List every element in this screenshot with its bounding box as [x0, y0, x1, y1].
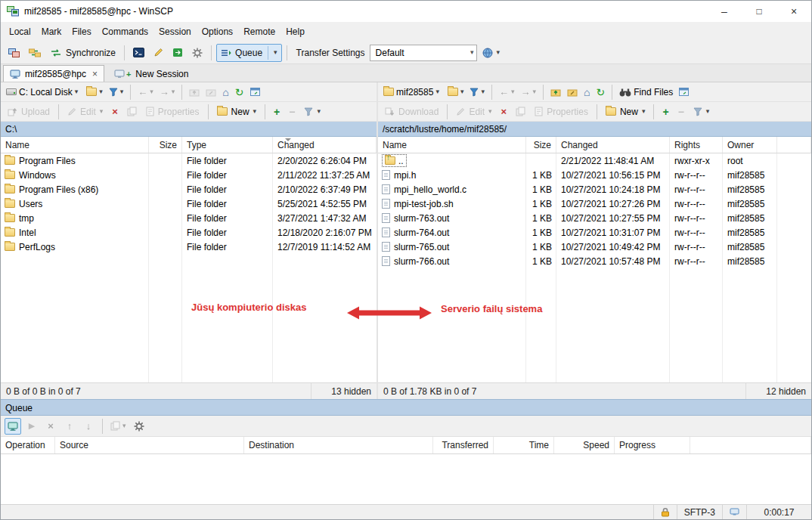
queue-column-progress[interactable]: Progress	[615, 437, 690, 453]
queue-move-down-button[interactable]: ↓	[80, 418, 97, 435]
download-button[interactable]: Download	[381, 104, 442, 120]
new-button[interactable]: New ▾	[213, 104, 261, 120]
drive-selector[interactable]: C: Local Disk ▾	[4, 84, 82, 101]
delete-button[interactable]: ×	[497, 104, 511, 120]
select-remove-button[interactable]: −	[674, 104, 688, 120]
find-files-button[interactable]: Find Files	[617, 84, 675, 101]
remote-path-bar[interactable]: /scratch/lustre/home/mif28585/	[378, 122, 811, 137]
menu-session[interactable]: Session	[153, 23, 197, 40]
column-header-size[interactable]: Size	[149, 137, 182, 153]
protocol-status[interactable]: SFTP-3	[677, 505, 722, 519]
synchronize-button[interactable]: Synchronize	[46, 44, 119, 62]
queue-settings-button[interactable]	[131, 418, 147, 435]
delete-button[interactable]: ×	[108, 104, 122, 120]
upload-button[interactable]: Upload	[4, 104, 54, 120]
file-row[interactable]: tmp File folder 3/27/2021 1:47:32 AM	[1, 211, 377, 225]
chevron-down-icon[interactable]: ▾	[274, 49, 277, 56]
column-header-name[interactable]: Name	[378, 137, 526, 153]
file-row-selected[interactable]: ↑ .. 2/21/2022 11:48:41 AM rwxr-xr-x roo…	[378, 153, 811, 168]
open-in-putty-button[interactable]	[677, 84, 691, 101]
preferences-button[interactable]	[188, 44, 206, 62]
menu-files[interactable]: Files	[67, 23, 96, 40]
file-row[interactable]: Intel File folder 12/18/2020 2:16:07 PM	[1, 225, 377, 240]
local-hidden-status[interactable]: 13 hidden	[311, 383, 377, 399]
filter-button[interactable]: ▾	[467, 84, 487, 101]
transfer-settings-select[interactable]: Default ▾	[370, 45, 477, 61]
menu-mark[interactable]: Mark	[36, 23, 67, 40]
queue-column-speed[interactable]: Speed	[554, 437, 615, 453]
queue-list[interactable]	[1, 454, 811, 504]
edit-button[interactable]: Edit ▾	[452, 104, 495, 120]
transfer-preset-button[interactable]: ▾	[479, 44, 504, 62]
file-row[interactable]: PerfLogs File folder 12/7/2019 11:14:52 …	[1, 240, 377, 254]
file-row[interactable]: slurm-766.out 1 KB 10/27/2021 10:57:48 P…	[378, 254, 811, 268]
properties-button[interactable]: Properties	[142, 104, 203, 120]
forward-button[interactable]: → ▾	[519, 84, 539, 101]
queue-move-up-button[interactable]: ↑	[61, 418, 78, 435]
synchronize-browsing-button[interactable]	[25, 44, 45, 62]
open-in-explorer-button[interactable]	[248, 84, 262, 101]
file-row[interactable]: mpi_hello_world.c 1 KB 10/27/2021 10:24:…	[378, 182, 811, 197]
queue-column-destination[interactable]: Destination	[244, 437, 433, 453]
queue-copy-button[interactable]: ▾	[108, 418, 129, 435]
parent-directory-button[interactable]	[548, 84, 563, 101]
new-session-tab[interactable]: + New Session	[107, 65, 195, 82]
file-row[interactable]: mpi-test-job.sh 1 KB 10/27/2021 10:27:26…	[378, 197, 811, 211]
queue-show-button[interactable]	[5, 418, 21, 435]
menu-remote[interactable]: Remote	[238, 23, 280, 40]
remote-hidden-status[interactable]: 12 hidden	[746, 383, 811, 399]
queue-resume-button[interactable]: ▶	[23, 418, 40, 435]
file-row[interactable]: slurm-764.out 1 KB 10/27/2021 10:31:07 P…	[378, 225, 811, 240]
edit-button[interactable]: Edit ▾	[64, 104, 107, 120]
back-button[interactable]: ← ▾	[135, 84, 156, 101]
tab-close-icon[interactable]: ×	[92, 69, 98, 79]
file-row[interactable]: Program Files File folder 2/20/2022 6:26…	[1, 153, 377, 168]
file-row[interactable]: Users File folder 5/25/2021 4:52:55 PM	[1, 197, 377, 211]
encryption-status[interactable]	[653, 505, 677, 519]
column-header-owner[interactable]: Owner	[723, 137, 777, 153]
dock-button[interactable]	[5, 44, 23, 62]
panel-filter-button[interactable]: ▾	[300, 104, 324, 120]
maximize-button[interactable]: □	[742, 1, 776, 22]
connection-status[interactable]	[722, 505, 746, 519]
queue-column-time[interactable]: Time	[494, 437, 554, 453]
refresh-button[interactable]: ↻	[233, 84, 246, 101]
home-directory-button[interactable]: ⌂	[581, 84, 592, 101]
column-header-changed[interactable]: Changed	[273, 137, 377, 153]
file-row[interactable]: slurm-763.out 1 KB 10/27/2021 10:27:55 P…	[378, 211, 811, 225]
column-header-changed[interactable]: Changed	[556, 137, 670, 153]
select-add-button[interactable]: +	[659, 104, 672, 120]
filter-button[interactable]: ▾	[107, 84, 126, 101]
new-button[interactable]: New ▾	[602, 104, 649, 120]
queue-delete-button[interactable]: ×	[42, 418, 59, 435]
parent-directory-button[interactable]	[187, 84, 202, 101]
duplicate-button[interactable]	[123, 104, 141, 120]
queue-column-operation[interactable]: Operation	[1, 437, 55, 453]
session-tab-active[interactable]: mif28585@hpc ×	[3, 65, 104, 82]
local-file-list[interactable]: Program Files File folder 2/20/2022 6:26…	[1, 153, 377, 382]
file-row[interactable]: Program Files (x86) File folder 2/10/202…	[1, 182, 377, 197]
column-header-name[interactable]: Name	[1, 137, 149, 153]
column-header-type[interactable]: Type	[182, 137, 273, 153]
edit-preferences-button[interactable]	[150, 44, 167, 62]
menu-commands[interactable]: Commands	[97, 23, 153, 40]
menu-options[interactable]: Options	[197, 23, 238, 40]
select-add-button[interactable]: +	[270, 104, 284, 120]
properties-button[interactable]: Properties	[531, 104, 592, 120]
minimize-button[interactable]: –	[707, 1, 742, 22]
local-path-bar[interactable]: C:\	[1, 122, 377, 137]
column-header-rights[interactable]: Rights	[670, 137, 723, 153]
root-directory-button[interactable]	[565, 84, 580, 101]
queue-toggle-button[interactable]: Queue ▾	[216, 44, 282, 62]
close-button[interactable]: ×	[776, 1, 811, 22]
panel-filter-button[interactable]: ▾	[690, 104, 714, 120]
menu-help[interactable]: Help	[280, 23, 310, 40]
root-directory-button[interactable]	[203, 84, 218, 101]
refresh-button[interactable]: ↻	[594, 84, 608, 101]
select-remove-button[interactable]: −	[285, 104, 299, 120]
back-button[interactable]: ← ▾	[497, 84, 517, 101]
transfer-options-button[interactable]	[169, 44, 187, 62]
column-header-size[interactable]: Size	[526, 137, 556, 153]
open-directory-button[interactable]: ▾	[445, 84, 466, 101]
menu-local[interactable]: Local	[4, 23, 36, 40]
